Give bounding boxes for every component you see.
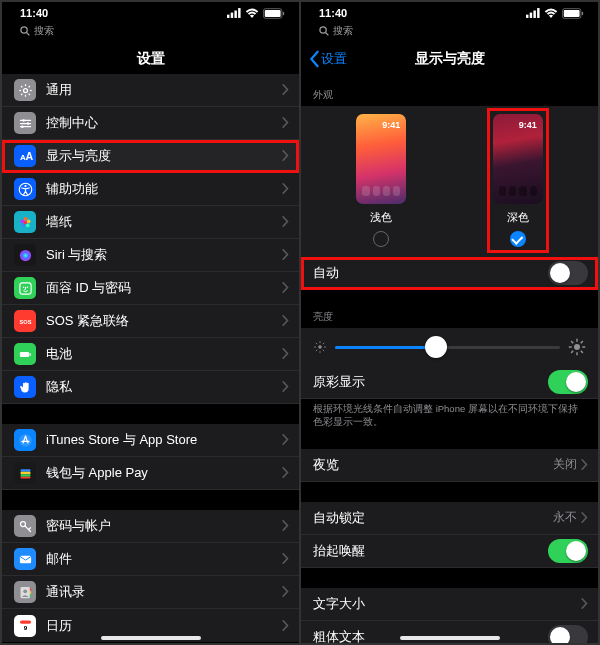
chevron-right-icon: [282, 246, 289, 264]
settings-row-control[interactable]: 控制中心: [2, 107, 299, 140]
settings-row-contacts[interactable]: 通讯录: [2, 576, 299, 609]
svg-rect-50: [29, 588, 30, 591]
mail-icon: [14, 548, 36, 570]
key-icon: [14, 515, 36, 537]
svg-point-7: [21, 27, 27, 33]
truetone-toggle[interactable]: [548, 370, 588, 394]
svg-rect-2: [234, 11, 236, 18]
status-time: 11:40: [319, 7, 347, 19]
row-nightshift[interactable]: 夜览 关闭: [301, 449, 598, 482]
sun-small-icon: [313, 340, 327, 354]
chevron-right-icon: [581, 598, 588, 609]
appearance-option-light[interactable]: 9:41 浅色: [356, 114, 406, 247]
settings-row-sos[interactable]: SOSSOS 紧急联络: [2, 305, 299, 338]
appstore-icon: [14, 429, 36, 451]
settings-row-mail[interactable]: 邮件: [2, 543, 299, 576]
row-raise[interactable]: 抬起唤醒: [301, 535, 598, 568]
svg-text:9: 9: [23, 624, 27, 631]
svg-point-33: [20, 219, 24, 223]
settings-row-siri[interactable]: Siri 与搜索: [2, 239, 299, 272]
row-autolock[interactable]: 自动锁定 永不: [301, 502, 598, 535]
svg-rect-45: [20, 476, 30, 478]
contacts-icon: [14, 581, 36, 603]
display-settings-list[interactable]: 外观 9:41 浅色 9:41 深色: [301, 74, 598, 643]
boldtext-toggle[interactable]: [548, 625, 588, 643]
svg-line-64: [326, 33, 329, 36]
svg-line-81: [571, 351, 573, 353]
cellular-icon: [526, 8, 540, 18]
svg-line-17: [28, 86, 29, 87]
svg-point-32: [21, 223, 25, 227]
svg-line-8: [27, 33, 30, 36]
svg-rect-43: [20, 471, 30, 474]
svg-point-21: [22, 119, 25, 122]
row-textsize[interactable]: 文字大小: [301, 588, 598, 621]
row-label: 通讯录: [46, 583, 282, 601]
battery-icon: [562, 8, 584, 19]
brightness-thumb[interactable]: [425, 336, 447, 358]
textsize-icon: AA: [14, 145, 36, 167]
settings-row-wallet[interactable]: 钱包与 Apple Pay: [2, 457, 299, 490]
search-hint-label: 搜索: [333, 24, 353, 38]
row-auto[interactable]: 自动: [301, 257, 598, 290]
row-label: Siri 与搜索: [46, 246, 282, 264]
settings-row-itunes[interactable]: iTunes Store 与 App Store: [2, 424, 299, 457]
appearance-picker: 9:41 浅色 9:41 深色: [301, 106, 598, 257]
row-label: 密码与帐户: [46, 517, 282, 535]
row-value: 关闭: [553, 456, 577, 473]
chevron-right-icon: [282, 279, 289, 297]
svg-rect-3: [238, 8, 240, 18]
svg-line-71: [323, 350, 324, 351]
settings-row-general[interactable]: 通用: [2, 74, 299, 107]
appearance-option-dark[interactable]: 9:41 深色: [493, 114, 543, 247]
cellular-icon: [227, 8, 241, 18]
thumb-time: 9:41: [519, 120, 537, 130]
svg-rect-42: [20, 469, 30, 472]
row-label: 文字大小: [313, 595, 581, 613]
status-bar: 11:40: [301, 2, 598, 24]
svg-point-49: [23, 589, 27, 593]
search-bar-hint[interactable]: 搜索: [301, 24, 598, 44]
settings-row-battery[interactable]: 电池: [2, 338, 299, 371]
chevron-right-icon: [282, 464, 289, 482]
settings-row-faceid[interactable]: 面容 ID 与密码: [2, 272, 299, 305]
svg-rect-39: [19, 352, 28, 357]
chevron-right-icon: [581, 459, 588, 470]
svg-point-74: [574, 344, 580, 350]
brightness-slider[interactable]: [335, 346, 560, 349]
settings-row-passwords[interactable]: 密码与帐户: [2, 510, 299, 543]
status-indicators: [526, 8, 584, 19]
svg-line-14: [21, 86, 22, 87]
dark-radio[interactable]: [510, 231, 526, 247]
svg-line-82: [581, 341, 583, 343]
auto-toggle[interactable]: [548, 261, 588, 285]
svg-rect-47: [19, 555, 30, 563]
svg-rect-52: [29, 594, 30, 597]
row-truetone[interactable]: 原彩显示: [301, 366, 598, 399]
svg-line-16: [21, 93, 22, 94]
row-label: 日历: [46, 617, 282, 635]
light-radio[interactable]: [373, 231, 389, 247]
row-label: 夜览: [313, 456, 553, 474]
settings-row-display[interactable]: AA显示与亮度: [2, 140, 299, 173]
svg-rect-40: [29, 353, 30, 356]
settings-row-accessibility[interactable]: 辅助功能: [2, 173, 299, 206]
status-time: 11:40: [20, 7, 48, 19]
nav-bar: 设置 显示与亮度: [301, 44, 598, 74]
row-label: 钱包与 Apple Pay: [46, 464, 282, 482]
chevron-right-icon: [282, 312, 289, 330]
chevron-right-icon: [282, 114, 289, 132]
svg-rect-5: [265, 9, 281, 16]
chevron-right-icon: [282, 583, 289, 601]
row-label: 自动: [313, 264, 548, 282]
sun-large-icon: [568, 338, 586, 356]
raise-toggle[interactable]: [548, 539, 588, 563]
settings-row-wallpaper[interactable]: 墙纸: [2, 206, 299, 239]
battery-icon: [14, 343, 36, 365]
svg-point-9: [23, 88, 27, 92]
back-button[interactable]: 设置: [307, 44, 347, 74]
search-bar-hint[interactable]: 搜索: [2, 24, 299, 44]
chevron-right-icon: [282, 180, 289, 198]
settings-list[interactable]: 通用控制中心AA显示与亮度辅助功能墙纸Siri 与搜索面容 ID 与密码SOSS…: [2, 74, 299, 643]
settings-row-privacy[interactable]: 隐私: [2, 371, 299, 404]
